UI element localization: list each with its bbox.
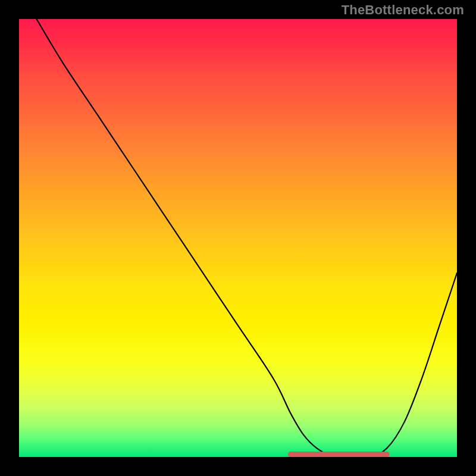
plot-area: [19, 19, 457, 457]
watermark-text: TheBottleneck.com: [342, 2, 464, 18]
chart-frame: TheBottleneck.com: [0, 0, 476, 476]
